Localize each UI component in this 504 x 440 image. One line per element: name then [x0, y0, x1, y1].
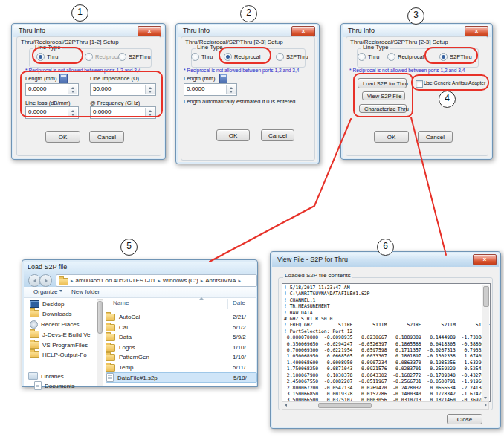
- horizontal-scrollbar[interactable]: [282, 401, 489, 410]
- length-label: Length (mm): [184, 75, 216, 82]
- window-title: Thru Info: [19, 27, 45, 34]
- radio-thru[interactable]: Thru: [191, 53, 213, 61]
- close-button[interactable]: Close: [447, 414, 482, 424]
- sidebar-item-folder[interactable]: J-Devs-E Build Ve: [30, 330, 90, 339]
- radio-icon: [85, 53, 93, 61]
- s2p-contents-textarea[interactable]: ! 5/18/2017 11:23:47 AM ! C:\ANRITSUVNA\…: [282, 283, 491, 402]
- radio-icon: [118, 53, 126, 61]
- spinner[interactable]: [68, 85, 77, 94]
- characterize-thru-button[interactable]: Characterize Thru: [359, 104, 407, 113]
- window-title: Thru Info: [183, 27, 210, 34]
- file-date: 5/11/: [233, 364, 245, 371]
- vertical-scrollbar[interactable]: [482, 285, 489, 401]
- view-s2p-button[interactable]: View S2P File: [362, 91, 405, 100]
- sidebar-item-recent-places[interactable]: Recent Places: [30, 320, 80, 329]
- calculator-icon: [59, 74, 68, 83]
- cancel-button[interactable]: Cancel: [261, 129, 294, 141]
- titlebar[interactable]: Thru Info x: [343, 25, 491, 37]
- breadcrumb-segment[interactable]: AnritsuVNA: [205, 277, 236, 284]
- radio-thru[interactable]: Thru: [358, 53, 379, 61]
- impedance-field[interactable]: 50.000: [90, 83, 156, 96]
- organize-menu[interactable]: Organize: [33, 288, 62, 295]
- folder-icon: [106, 364, 115, 372]
- file-row[interactable]: Data5/9/2: [106, 332, 256, 342]
- sidebar-item-downloads[interactable]: Downloads: [30, 309, 72, 318]
- spinner[interactable]: [145, 108, 155, 117]
- breadcrumb-separator-icon: ▸: [201, 278, 204, 284]
- downloads-folder-icon: [30, 310, 39, 317]
- libraries-icon: [28, 372, 38, 380]
- scroll-right-icon[interactable]: [482, 402, 488, 407]
- frequency-field[interactable]: 0.0000: [90, 106, 156, 119]
- scroll-left-icon[interactable]: [282, 402, 288, 407]
- scrollbar-thumb[interactable]: [483, 286, 489, 307]
- cancel-button[interactable]: Cancel: [418, 131, 453, 143]
- callout-4: 4: [439, 91, 456, 108]
- column-header-date[interactable]: Date: [233, 300, 245, 306]
- folder-icon: [106, 314, 115, 321]
- folder-icon: [59, 278, 68, 285]
- forward-icon[interactable]: [39, 274, 52, 287]
- length-field[interactable]: 0.0000: [25, 83, 79, 96]
- reciprocal-note: * Reciprocal is not allowed between port…: [184, 68, 299, 73]
- file-row[interactable]: AutoCal2/21/: [106, 312, 256, 322]
- load-s2p-button[interactable]: Load S2P for Thru: [358, 78, 407, 88]
- scrollbar-thumb[interactable]: [97, 301, 103, 334]
- scroll-down-icon[interactable]: [482, 395, 488, 401]
- radio-thru[interactable]: Thru: [36, 53, 58, 61]
- titlebar[interactable]: Thru Info x: [13, 25, 164, 37]
- sidebar-item-libraries[interactable]: Libraries: [28, 372, 64, 381]
- close-icon[interactable]: x: [473, 254, 497, 265]
- breadcrumb-separator-icon: ▸: [239, 278, 242, 284]
- breadcrumb-segment[interactable]: am004551 on 40520-TEST-01: [76, 277, 156, 284]
- close-icon[interactable]: x: [138, 26, 161, 37]
- contents-group-label: Loaded S2P file contents: [283, 272, 352, 279]
- explorer-toolbar: Organize New folder: [24, 287, 256, 298]
- radio-reciprocal[interactable]: Reciprocal: [85, 53, 121, 61]
- radio-reciprocal[interactable]: Reciprocal: [224, 53, 260, 61]
- sidebar-item-folder[interactable]: VS-ProgramFiles: [30, 340, 88, 349]
- radio-s2pthru[interactable]: S2PThru: [276, 53, 308, 61]
- window-title: Thru Info: [348, 27, 375, 34]
- sidebar-item-desktop[interactable]: Desktop: [30, 300, 64, 308]
- breadcrumb-separator-icon: ▸: [71, 278, 74, 284]
- new-folder-button[interactable]: New folder: [71, 288, 100, 295]
- thru-info-dialog-1: Thru Info x Thru/Reciprocal/S2PThru [1-2…: [11, 23, 166, 160]
- thru-info-dialog-2: Thru Info x Thru/Reciprocal/S2PThru [2-3…: [175, 23, 320, 164]
- breadcrumb-segment[interactable]: Windows (C:): [163, 277, 198, 284]
- reciprocal-note: * Reciprocal is not allowed between port…: [349, 68, 465, 73]
- line-loss-field[interactable]: 0.0000: [25, 106, 79, 119]
- radio-s2pthru[interactable]: S2PThru: [439, 53, 472, 61]
- ok-button[interactable]: OK: [45, 131, 80, 143]
- sidebar-item-folder[interactable]: HELP-Output-Fo: [30, 350, 87, 359]
- ok-button[interactable]: OK: [216, 129, 250, 141]
- file-row[interactable]: PatternGen1/10/: [106, 352, 256, 362]
- load-s2p-file-dialog: Load S2P file ▸ am004551 on 40520-TEST-0…: [22, 259, 258, 387]
- ok-button[interactable]: OK: [374, 131, 409, 143]
- callout-6: 6: [377, 239, 394, 256]
- line-loss-label: Line loss (dB/mm): [25, 100, 70, 106]
- titlebar[interactable]: Thru Info x: [178, 25, 317, 37]
- close-icon[interactable]: x: [291, 26, 315, 37]
- generic-adapter-checkbox[interactable]: [416, 80, 423, 88]
- sidebar-scrollbar[interactable]: [97, 299, 103, 386]
- breadcrumb[interactable]: ▸ am004551 on 40520-TEST-01 ▸ Windows (C…: [56, 274, 257, 287]
- length-field[interactable]: 0.0000: [184, 83, 237, 96]
- radio-reciprocal[interactable]: Reciprocal: [387, 53, 424, 61]
- file-row-selected[interactable]: DataFile#1.s2p5/18/: [106, 372, 257, 383]
- file-date: 5/9/2: [233, 334, 246, 340]
- radio-s2pthru[interactable]: S2PThru: [118, 53, 151, 61]
- impedance-label: Line Impedance (Ω): [90, 75, 139, 82]
- sidebar-item-documents[interactable]: Documents: [34, 381, 74, 390]
- file-row[interactable]: Temp5/11/: [106, 363, 256, 372]
- close-icon[interactable]: x: [465, 26, 488, 37]
- spinner[interactable]: [145, 85, 155, 94]
- cancel-button[interactable]: Cancel: [89, 131, 124, 143]
- column-header-name[interactable]: Name: [113, 300, 129, 306]
- spinner[interactable]: [226, 85, 236, 94]
- spinner[interactable]: [68, 108, 77, 117]
- close-glyph: x: [483, 256, 486, 262]
- file-row[interactable]: Cal5/1/2: [106, 323, 256, 332]
- scrollbar-thumb[interactable]: [318, 403, 372, 408]
- file-row[interactable]: Logos1/10/: [106, 343, 256, 352]
